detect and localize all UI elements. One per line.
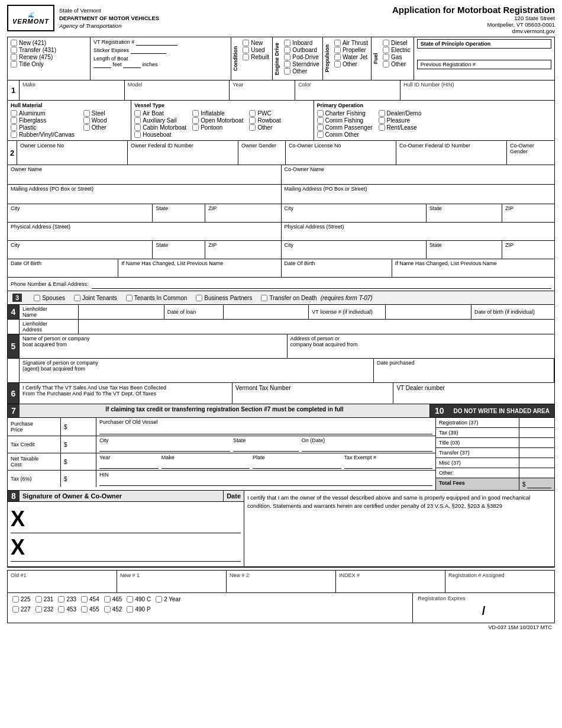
coowner-gender-field[interactable]	[510, 154, 551, 163]
coowner-name-field[interactable]	[285, 172, 552, 183]
comm-fishing-checkbox[interactable]	[317, 117, 324, 124]
vt-dealer-field[interactable]	[396, 391, 551, 402]
vt-reg-field[interactable]	[136, 39, 177, 46]
inches-field[interactable]	[123, 62, 141, 68]
condition-used-checkbox[interactable]	[243, 47, 249, 53]
co-phys-state-field[interactable]	[429, 248, 499, 257]
state-field-7[interactable]	[233, 443, 299, 452]
cb-453-checkbox[interactable]	[58, 606, 64, 613]
gas-checkbox[interactable]	[383, 54, 389, 60]
other-fee-value[interactable]	[519, 468, 554, 478]
hull-other-checkbox[interactable]	[83, 124, 90, 131]
city-field-7[interactable]	[99, 443, 230, 452]
tax-fee-value[interactable]	[519, 428, 554, 437]
date-purchased-field[interactable]	[377, 366, 551, 375]
co-city-field-1[interactable]	[285, 211, 423, 221]
phone-field[interactable]	[92, 279, 551, 289]
transfer-reg-checkbox[interactable]	[11, 47, 17, 53]
sticker-field[interactable]	[131, 47, 166, 54]
signature-acquired-field[interactable]	[22, 372, 370, 381]
co-state-field-1[interactable]	[429, 211, 499, 221]
cb-227-checkbox[interactable]	[12, 606, 19, 613]
steel-checkbox[interactable]	[83, 110, 90, 117]
owner-lic-field[interactable]	[20, 149, 124, 157]
transfer-fee-value[interactable]	[519, 448, 554, 458]
phys-state-field[interactable]	[156, 248, 202, 257]
comm-other-checkbox[interactable]	[317, 131, 324, 138]
reg-assigned-field[interactable]	[448, 579, 551, 591]
rent-lease-checkbox[interactable]	[379, 124, 385, 131]
purchaser-old-city[interactable]	[99, 425, 432, 434]
open-motorboat-checkbox[interactable]	[192, 117, 199, 124]
fuel-other-checkbox[interactable]	[383, 61, 389, 67]
aluminum-checkbox[interactable]	[11, 110, 17, 117]
condition-rebuilt-checkbox[interactable]	[243, 54, 249, 60]
co-phys-city-field[interactable]	[285, 248, 423, 257]
on-date-field[interactable]	[302, 443, 432, 452]
pwc-checkbox[interactable]	[249, 110, 256, 117]
zip-field-1[interactable]	[208, 211, 277, 221]
new2-field[interactable]	[230, 579, 332, 591]
air-boat-checkbox[interactable]	[134, 110, 141, 117]
co-zip-field-1[interactable]	[505, 211, 551, 221]
pontoon-checkbox[interactable]	[192, 124, 199, 131]
cb-454-checkbox[interactable]	[81, 596, 88, 603]
address-acquired-field[interactable]	[290, 347, 552, 357]
owner-gender-field[interactable]	[241, 149, 282, 157]
date-of-loan-field[interactable]	[224, 305, 309, 319]
co-mailing-addr-field[interactable]	[285, 192, 552, 202]
electric-checkbox[interactable]	[383, 47, 389, 53]
cb-490c-checkbox[interactable]	[127, 596, 133, 603]
cb-231-checkbox[interactable]	[35, 596, 42, 603]
old1-field[interactable]	[11, 579, 114, 591]
phys-addr-field[interactable]	[11, 230, 278, 239]
lienholder-name-field[interactable]	[79, 305, 164, 319]
plate-field-7[interactable]	[253, 460, 341, 469]
comm-passenger-checkbox[interactable]	[317, 124, 324, 131]
cb-232-checkbox[interactable]	[35, 606, 42, 613]
title-fee-value[interactable]	[519, 438, 554, 447]
color-field[interactable]	[298, 88, 397, 99]
person-company-field[interactable]	[22, 347, 284, 357]
reg-fee-value[interactable]	[519, 418, 554, 427]
rubber-checkbox[interactable]	[11, 131, 17, 138]
vt-license-field[interactable]	[386, 305, 471, 319]
new-reg-checkbox[interactable]	[11, 40, 17, 46]
dealer-demo-checkbox[interactable]	[379, 110, 385, 117]
misc-fee-value[interactable]	[519, 458, 554, 468]
charter-fishing-checkbox[interactable]	[317, 110, 324, 117]
coowner-lic-field[interactable]	[289, 149, 393, 157]
business-partners-checkbox[interactable]	[196, 295, 202, 301]
co-name-changed-field[interactable]	[395, 266, 551, 276]
cb-452-checkbox[interactable]	[104, 606, 111, 613]
sterndrive-checkbox[interactable]	[284, 61, 290, 67]
feet-field[interactable]	[93, 62, 111, 68]
city-field-1[interactable]	[11, 211, 149, 221]
co-phys-addr-field[interactable]	[285, 230, 552, 239]
cabin-motorboat-checkbox[interactable]	[134, 124, 141, 131]
rowboat-checkbox[interactable]	[249, 117, 256, 124]
cb-455-checkbox[interactable]	[81, 606, 88, 613]
year-field-7[interactable]	[99, 460, 159, 469]
tax-exempt-field-7[interactable]	[344, 460, 432, 469]
diesel-checkbox[interactable]	[383, 40, 389, 46]
year-field[interactable]	[232, 88, 292, 99]
inflatable-checkbox[interactable]	[192, 110, 199, 117]
pod-drive-checkbox[interactable]	[284, 54, 290, 60]
air-thrust-checkbox[interactable]	[334, 40, 341, 46]
engine-other-checkbox[interactable]	[284, 68, 290, 75]
cb-490p-checkbox[interactable]	[127, 606, 133, 613]
owner-fed-id-field[interactable]	[131, 149, 235, 157]
houseboat-checkbox[interactable]	[134, 131, 141, 138]
index-field[interactable]	[339, 579, 442, 591]
sig-x2[interactable]: X	[11, 535, 241, 562]
phys-city-field[interactable]	[11, 248, 149, 257]
cb-2year-checkbox[interactable]	[156, 596, 162, 603]
co-phys-zip-field[interactable]	[505, 248, 551, 257]
auxiliary-sail-checkbox[interactable]	[134, 117, 141, 124]
renew-reg-checkbox[interactable]	[11, 54, 17, 60]
cb-233-checkbox[interactable]	[58, 596, 64, 603]
condition-new-checkbox[interactable]	[243, 40, 249, 46]
total-fees-field[interactable]	[527, 480, 551, 488]
prop-other-checkbox[interactable]	[334, 61, 341, 67]
